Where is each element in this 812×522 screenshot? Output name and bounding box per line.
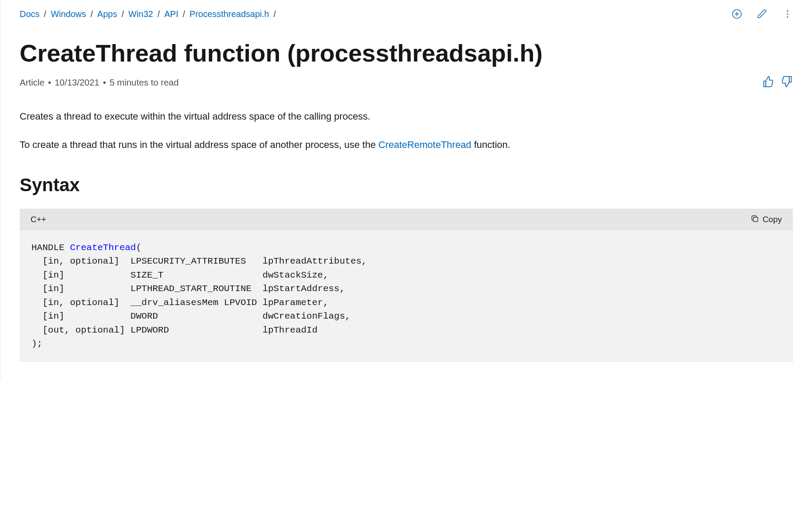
syntax-heading: Syntax: [20, 175, 793, 196]
article-meta: Article•10/13/2021•5 minutes to read: [20, 77, 179, 88]
thumbs-down-icon[interactable]: [781, 76, 793, 89]
breadcrumb-sep: /: [44, 9, 47, 19]
more-icon[interactable]: [782, 9, 793, 19]
link-createremotethread[interactable]: CreateRemoteThread: [378, 139, 471, 150]
topbar: Docs/ Windows/ Apps/ Win32/ API/ Process…: [20, 9, 793, 19]
intro-paragraph-1: Creates a thread to execute within the v…: [20, 109, 793, 124]
breadcrumb-sep: /: [90, 9, 93, 19]
code-content[interactable]: HANDLE CreateThread( [in, optional] LPSE…: [20, 230, 792, 361]
add-icon[interactable]: [732, 9, 742, 19]
svg-point-5: [787, 16, 788, 17]
meta-type: Article: [20, 77, 45, 87]
code-header: C++ Copy: [20, 209, 792, 230]
meta-date: 10/13/2021: [55, 77, 100, 87]
page-title: CreateThread function (processthreadsapi…: [20, 38, 793, 68]
svg-rect-6: [753, 217, 757, 221]
code-block: C++ Copy HANDLE CreateThread( [in, optio…: [20, 209, 793, 362]
breadcrumb-link-header[interactable]: Processthreadsapi.h: [189, 9, 269, 19]
action-icons: [732, 9, 793, 19]
thumbs-up-icon[interactable]: [762, 76, 774, 89]
breadcrumb-link-apps[interactable]: Apps: [97, 9, 117, 19]
meta-readtime: 5 minutes to read: [110, 77, 179, 87]
copy-icon: [750, 214, 759, 225]
breadcrumb-link-docs[interactable]: Docs: [20, 9, 40, 19]
feedback-icons: [762, 76, 793, 89]
breadcrumb-link-api[interactable]: API: [164, 9, 178, 19]
breadcrumb-link-windows[interactable]: Windows: [51, 9, 86, 19]
breadcrumb-sep: /: [183, 9, 186, 19]
breadcrumb-link-win32[interactable]: Win32: [128, 9, 153, 19]
meta-row: Article•10/13/2021•5 minutes to read: [20, 76, 793, 89]
breadcrumb-sep: /: [121, 9, 124, 19]
copy-label: Copy: [763, 215, 782, 224]
intro-paragraph-2: To create a thread that runs in the virt…: [20, 137, 793, 152]
svg-point-4: [787, 13, 788, 14]
breadcrumb-sep: /: [158, 9, 160, 19]
edit-icon[interactable]: [757, 9, 767, 19]
copy-button[interactable]: Copy: [750, 214, 782, 225]
code-function-name: CreateThread: [70, 243, 136, 253]
svg-point-3: [787, 10, 788, 11]
code-language-label: C++: [31, 215, 46, 224]
breadcrumb: Docs/ Windows/ Apps/ Win32/ API/ Process…: [20, 9, 280, 19]
breadcrumb-sep: /: [273, 9, 276, 19]
